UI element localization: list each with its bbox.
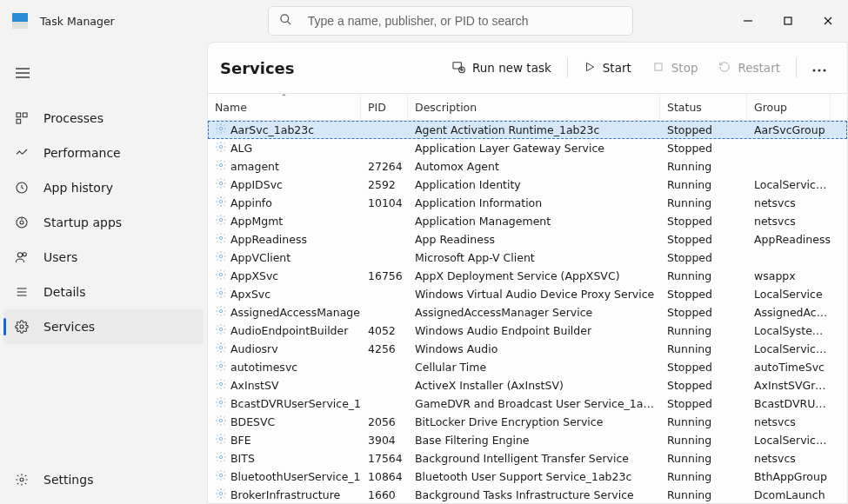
table-row[interactable]: AppVClientMicrosoft App-V ClientStopped	[208, 249, 847, 267]
table-row[interactable]: AssignedAccessManager…AssignedAccessMana…	[208, 303, 847, 322]
service-pid: 27264	[361, 160, 408, 173]
minimize-button[interactable]	[728, 0, 768, 42]
run-new-task-button[interactable]: Run new task	[443, 53, 560, 83]
table-row[interactable]: BcastDVRUserService_1a…GameDVR and Broad…	[208, 395, 847, 413]
separator	[796, 58, 797, 77]
sidebar-item-label: Settings	[43, 473, 93, 487]
service-group: BthAppGroup	[747, 470, 831, 483]
service-description: Cellular Time	[408, 361, 660, 374]
service-name: BITS	[230, 452, 255, 465]
service-pid: 10864	[361, 470, 408, 483]
sidebar-item-label: Details	[43, 285, 86, 299]
service-description: Bluetooth User Support Service_1ab23c	[408, 470, 660, 483]
sidebar-item-app-history[interactable]: App history	[3, 170, 204, 205]
service-status: Stopped	[660, 397, 747, 410]
service-name: AssignedAccessManager…	[230, 306, 361, 319]
service-status: Running	[660, 324, 747, 337]
svg-point-0	[281, 15, 289, 23]
table-row[interactable]: Audiosrv4256Windows AudioRunningLocalSer…	[208, 340, 847, 358]
svg-marker-27	[586, 63, 593, 70]
service-status: Running	[660, 434, 747, 447]
column-header-description[interactable]: Description	[408, 94, 660, 120]
service-name: AxInstSV	[230, 379, 278, 392]
table-row[interactable]: AudioEndpointBuilder4052Windows Audio En…	[208, 322, 847, 340]
sidebar-item-processes[interactable]: Processes	[3, 101, 204, 136]
service-status: Stopped	[660, 215, 747, 228]
svg-point-33	[219, 145, 223, 149]
service-description: Application Management	[408, 215, 660, 228]
service-pid: 16756	[361, 269, 408, 282]
sidebar-item-label: App history	[43, 181, 113, 195]
sidebar-item-details[interactable]: Details	[3, 275, 204, 309]
column-header-status[interactable]: Status	[660, 94, 747, 120]
more-button[interactable]	[804, 53, 835, 83]
column-header-name[interactable]: ⌃ Name	[208, 94, 361, 120]
table-row[interactable]: AppIDSvc2592Application IdentityRunningL…	[208, 176, 847, 194]
svg-point-47	[219, 401, 223, 404]
service-group: LocalService…	[747, 342, 831, 355]
table-row[interactable]: AxInstSVActiveX Installer (AxInstSV)Stop…	[208, 376, 847, 395]
table-row[interactable]: ApxSvcWindows Virtual Audio Device Proxy…	[208, 285, 847, 303]
service-description: App Readiness	[408, 233, 660, 246]
sidebar-item-services[interactable]: Services	[3, 309, 204, 344]
table-row[interactable]: AppMgmtApplication ManagementStoppednets…	[208, 212, 847, 230]
sidebar-item-label: Users	[43, 250, 77, 264]
stop-button[interactable]: Stop	[644, 53, 707, 83]
app-title: Task Manager	[40, 15, 115, 28]
restart-button[interactable]: Restart	[710, 53, 789, 83]
service-name: amagent	[230, 160, 279, 173]
table-body[interactable]: AarSvc_1ab23cAgent Activation Runtime_1a…	[208, 121, 847, 503]
service-name: AppXSvc	[230, 269, 278, 282]
service-group: netsvcs	[747, 215, 831, 228]
table-row[interactable]: BFE3904Base Filtering EngineRunningLocal…	[208, 431, 847, 449]
svg-point-43	[219, 328, 223, 331]
table-row[interactable]: BITS17564Background Intelligent Transfer…	[208, 449, 847, 468]
service-description: AppX Deployment Service (AppXSVC)	[408, 269, 660, 282]
service-description: Background Intelligent Transfer Service	[408, 452, 660, 465]
service-gear-icon	[215, 360, 227, 375]
sidebar-item-settings[interactable]: Settings	[3, 462, 204, 497]
svg-point-52	[219, 492, 223, 495]
service-status: Running	[660, 196, 747, 209]
service-name: BluetoothUserService_1a…	[230, 470, 361, 483]
service-group: LocalService…	[747, 178, 831, 191]
start-button[interactable]: Start	[575, 53, 640, 83]
table-row[interactable]: AarSvc_1ab23cAgent Activation Runtime_1a…	[208, 121, 847, 139]
service-gear-icon	[215, 378, 227, 393]
table-row[interactable]: BrokerInfrastructure1660Background Tasks…	[208, 486, 847, 503]
service-status: Running	[660, 178, 747, 191]
hamburger-button[interactable]	[5, 57, 40, 89]
service-status: Running	[660, 415, 747, 428]
table-row[interactable]: ALGApplication Layer Gateway ServiceStop…	[208, 139, 847, 157]
service-name: BFE	[230, 434, 251, 447]
table-row[interactable]: Appinfo10104Application InformationRunni…	[208, 194, 847, 212]
service-gear-icon	[215, 433, 227, 448]
sidebar-item-startup[interactable]: Startup apps	[3, 205, 204, 240]
table-row[interactable]: AppXSvc16756AppX Deployment Service (App…	[208, 267, 847, 285]
maximize-button[interactable]	[768, 0, 808, 42]
service-pid: 2056	[361, 415, 408, 428]
table-row[interactable]: autotimesvcCellular TimeStoppedautoTimeS…	[208, 358, 847, 376]
table-row[interactable]: BDESVC2056BitLocker Drive Encryption Ser…	[208, 413, 847, 431]
search-box[interactable]	[268, 6, 633, 36]
service-status: Stopped	[660, 123, 747, 136]
service-description: Application Information	[408, 196, 660, 209]
svg-point-44	[219, 346, 223, 349]
sidebar-item-users[interactable]: Users	[3, 240, 204, 275]
service-group: AppReadiness	[747, 233, 831, 246]
table-row[interactable]: AppReadinessApp ReadinessStoppedAppReadi…	[208, 230, 847, 249]
play-icon	[584, 61, 596, 76]
column-header-group[interactable]: Group	[747, 94, 831, 120]
close-button[interactable]	[808, 0, 848, 42]
service-group: autoTimeSvc	[747, 361, 831, 374]
more-icon	[812, 61, 826, 75]
table-header: ⌃ Name PID Description Status Group	[208, 93, 847, 121]
search-input[interactable]	[306, 13, 622, 29]
task-manager-window: Task Manager	[0, 0, 848, 504]
table-row[interactable]: amagent27264Automox AgentRunning	[208, 157, 847, 176]
column-header-pid[interactable]: PID	[361, 94, 408, 120]
content-panel: Services Run new task Start	[207, 42, 848, 504]
sidebar-item-performance[interactable]: Performance	[3, 136, 204, 170]
table-row[interactable]: BluetoothUserService_1a…10864Bluetooth U…	[208, 468, 847, 486]
svg-rect-28	[655, 63, 662, 70]
